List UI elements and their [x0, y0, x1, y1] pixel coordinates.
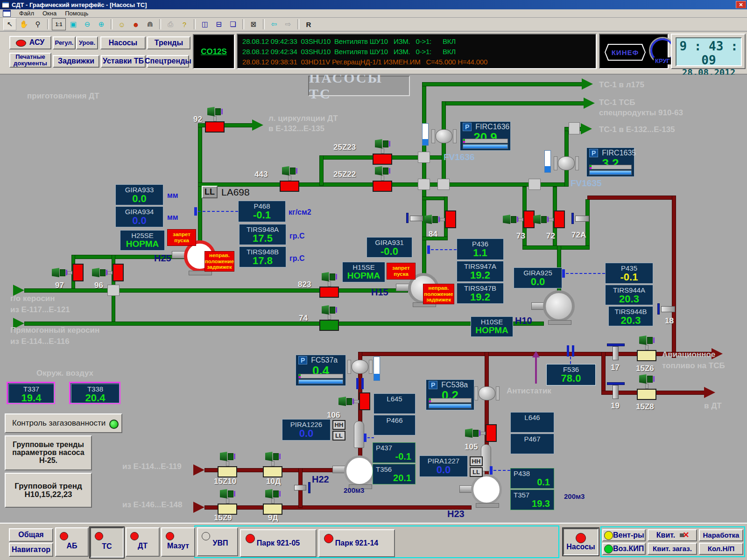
- manual-valve[interactable]: [410, 216, 423, 221]
- cascade-icon[interactable]: ❏: [226, 18, 240, 30]
- valve-15z9[interactable]: [217, 489, 238, 515]
- valve-72a[interactable]: [575, 216, 589, 222]
- zadvizhki-button[interactable]: Задвижки: [53, 55, 99, 68]
- valve-96[interactable]: [92, 264, 124, 281]
- tag-gira933[interactable]: GIRA9330.0: [115, 184, 163, 205]
- menu-file[interactable]: Файл: [19, 10, 34, 17]
- fv1635-control-valve[interactable]: [554, 154, 579, 173]
- tag-t338[interactable]: T33820.4: [69, 382, 120, 404]
- tag-tirs944a[interactable]: TIRS944A20.3: [605, 285, 653, 305]
- pointer-icon[interactable]: ↖: [3, 18, 16, 30]
- alarm-log[interactable]: 28.08.12 09:42:33 03SHU10 Вентилятв ШУ10…: [237, 34, 597, 69]
- ustavki-tb-button[interactable]: Уставки ТБ: [101, 55, 146, 68]
- navigator-button[interactable]: Навигатор: [9, 543, 53, 557]
- tag-p436[interactable]: P4361.1: [457, 238, 504, 260]
- menu-help[interactable]: Помощь: [65, 10, 88, 17]
- tag-p468[interactable]: P468-0.1: [238, 201, 286, 222]
- valve-15z10[interactable]: [217, 452, 238, 477]
- tag-l645[interactable]: L645: [374, 393, 416, 414]
- kolnp-button[interactable]: Кол.Н/П: [699, 543, 743, 555]
- zoom-icon[interactable]: ⚲: [31, 18, 44, 30]
- kvit-button[interactable]: Квит.✕: [648, 529, 697, 541]
- valve-17[interactable]: [613, 346, 619, 360]
- tag-h25se[interactable]: H25SEНОРМА: [120, 230, 165, 251]
- valve-97[interactable]: [52, 264, 84, 281]
- tag-gira934[interactable]: GIRA9340.0: [115, 206, 163, 227]
- kvit-zagaz-button[interactable]: Квит. загаз.: [648, 543, 697, 555]
- tag-tirs944b[interactable]: TIRS944B20.3: [608, 306, 653, 326]
- tag-pira1227[interactable]: PIRA12270.0: [419, 455, 468, 477]
- pump-h22[interactable]: [344, 455, 375, 486]
- valve-105[interactable]: [465, 424, 497, 442]
- obshaya-button[interactable]: Общая: [9, 528, 53, 542]
- group-trend-pumps-button[interactable]: Групповой тренд Н10,15,22,23: [5, 473, 92, 508]
- uvp-screen-button[interactable]: УВП: [197, 527, 238, 556]
- valve-84[interactable]: [424, 210, 456, 228]
- valve-443[interactable]: [279, 166, 300, 192]
- tag-t337[interactable]: T33719.4: [7, 382, 55, 404]
- zoom-in-icon[interactable]: ⊕: [95, 18, 108, 30]
- trendy-button[interactable]: Тренды: [147, 36, 190, 49]
- nasosy-screen-button[interactable]: Насосы: [563, 528, 599, 555]
- tag-tirs947b[interactable]: TIRS947B19.2: [457, 283, 504, 304]
- pump-h10[interactable]: [543, 290, 575, 322]
- tag-h15se[interactable]: H15SEНОРМА: [342, 262, 385, 282]
- zoom-region-icon[interactable]: ▣: [67, 18, 80, 30]
- valve-106[interactable]: [338, 392, 370, 410]
- forward-icon[interactable]: ⇨: [282, 18, 295, 30]
- ts-screen-button[interactable]: ТС: [90, 527, 124, 558]
- valve-25z23[interactable]: [372, 139, 393, 165]
- tile-horizontal-icon[interactable]: ⊟: [212, 18, 226, 30]
- valve-15z6[interactable]: [636, 336, 657, 361]
- find-icon[interactable]: ⋒: [143, 18, 156, 30]
- tag-p437[interactable]: P437-0.1: [373, 442, 416, 463]
- close-button[interactable]: ✕: [736, 1, 746, 8]
- tag-tirs948b[interactable]: TIRS948B17.8: [239, 246, 286, 267]
- group-trends-h25-button[interactable]: Групповые тренды параметров насоса Н-25.: [5, 435, 92, 470]
- valve-25z22[interactable]: [372, 166, 393, 192]
- window-menu-icon[interactable]: [3, 10, 11, 17]
- valve-19[interactable]: [613, 385, 619, 399]
- tag-p467[interactable]: P467: [510, 434, 554, 454]
- nasosy-button[interactable]: Насосы: [100, 36, 146, 49]
- spectrendy-button[interactable]: Спецтренды: [147, 55, 189, 68]
- fv1636-control-valve[interactable]: [431, 127, 457, 146]
- valve-9d[interactable]: [262, 489, 283, 515]
- la698-ll-badge[interactable]: LL: [202, 186, 218, 198]
- close-window-icon[interactable]: ⊠: [247, 18, 260, 30]
- fc538a-control-valve[interactable]: [474, 384, 500, 403]
- help-icon[interactable]: ?: [178, 18, 191, 30]
- pump-h23[interactable]: [471, 474, 502, 505]
- vozkip-button[interactable]: Воз.КИП: [602, 543, 646, 555]
- valve-823[interactable]: [319, 272, 339, 298]
- tag-fc537a[interactable]: PFC537a 0.4: [296, 355, 346, 386]
- tag-firc1635[interactable]: PFIRC1635 3.2: [586, 147, 634, 177]
- tile-vertical-icon[interactable]: ◫: [198, 18, 211, 30]
- valve-73[interactable]: [503, 210, 535, 228]
- zoom-out-icon[interactable]: ⊖: [81, 18, 94, 30]
- tag-firc1636[interactable]: PFIRC1636 20.9: [460, 121, 511, 151]
- back-icon[interactable]: ⇦: [268, 18, 281, 30]
- print-docs-button[interactable]: Печатные документы: [9, 53, 51, 68]
- narabotka-button[interactable]: Наработка: [699, 529, 743, 541]
- park-921-14-button[interactable]: Парк 921-14: [318, 529, 395, 557]
- asu-button[interactable]: АСУ: [9, 36, 51, 49]
- valve-10d[interactable]: [262, 452, 283, 477]
- valve-92[interactable]: [204, 107, 225, 133]
- co12s-link[interactable]: CO12S: [193, 34, 235, 69]
- manual-valve[interactable]: [294, 485, 306, 490]
- valve-15z8[interactable]: [636, 374, 657, 400]
- mazut-screen-button[interactable]: Мазут: [161, 527, 195, 557]
- gas-control-button[interactable]: Контроль загазованности: [5, 413, 122, 433]
- r-icon[interactable]: R: [302, 18, 315, 30]
- tag-t356[interactable]: T35620.1: [373, 464, 416, 484]
- ventry-button[interactable]: Вент-ры: [602, 529, 646, 541]
- login-user-icon[interactable]: ☺: [115, 18, 128, 30]
- tag-gira925[interactable]: GIRA9250.0: [514, 267, 562, 288]
- valve-72[interactable]: [533, 210, 565, 228]
- pan-hand-icon[interactable]: ✋: [17, 18, 30, 30]
- valve-18[interactable]: [661, 306, 675, 312]
- tag-gira931[interactable]: GIRA931-0.0: [366, 237, 412, 258]
- valve-74[interactable]: [319, 305, 339, 331]
- tag-p435[interactable]: P435-0.1: [605, 263, 653, 284]
